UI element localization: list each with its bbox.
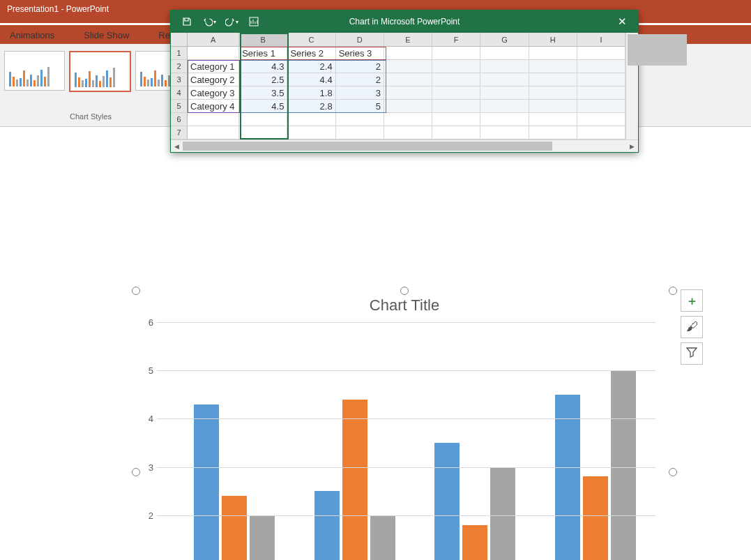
scroll-right-icon[interactable]: ▶: [626, 140, 638, 152]
chart-style-thumb-1[interactable]: [4, 51, 65, 91]
cell[interactable]: [188, 47, 239, 60]
select-all-corner[interactable]: [171, 33, 188, 47]
cell[interactable]: 2: [336, 73, 384, 86]
cell[interactable]: [529, 47, 577, 60]
cell[interactable]: 3.5: [239, 86, 287, 100]
chart-elements-button[interactable]: ＋: [681, 289, 703, 312]
excel-titlebar[interactable]: ▾ ▾ Chart in Microsoft PowerPoint ✕: [171, 10, 638, 33]
cell[interactable]: [480, 126, 529, 139]
cell[interactable]: Category 2: [188, 73, 239, 86]
cell[interactable]: [287, 126, 335, 139]
row-header[interactable]: 2: [171, 60, 188, 73]
cell[interactable]: 2: [336, 60, 384, 73]
cell[interactable]: [287, 113, 335, 126]
cell[interactable]: [529, 60, 577, 73]
cell[interactable]: [384, 113, 432, 126]
cell[interactable]: [384, 86, 432, 100]
cell[interactable]: 3: [336, 86, 384, 100]
cell[interactable]: [384, 47, 432, 60]
cell[interactable]: 1.8: [287, 86, 335, 100]
column-header[interactable]: F: [432, 33, 480, 47]
sheet-vertical-scrollbar[interactable]: [625, 33, 638, 139]
column-header[interactable]: E: [384, 33, 432, 47]
cell[interactable]: [384, 73, 432, 86]
cell[interactable]: [577, 113, 625, 126]
column-header[interactable]: B: [239, 33, 287, 47]
bar-series-2[interactable]: [583, 476, 608, 560]
row-header[interactable]: 3: [171, 73, 188, 86]
cell[interactable]: [336, 113, 384, 126]
scroll-left-icon[interactable]: ◀: [171, 140, 183, 152]
save-icon[interactable]: [176, 13, 197, 30]
cell[interactable]: [432, 126, 480, 139]
cell[interactable]: [480, 60, 529, 73]
cell[interactable]: [432, 47, 480, 60]
cell[interactable]: Category 3: [188, 86, 239, 100]
cell[interactable]: [188, 113, 239, 126]
cell[interactable]: Series 1: [239, 47, 287, 60]
bar-group[interactable]: [536, 322, 656, 560]
excel-chart-data-window[interactable]: ▾ ▾ Chart in Microsoft PowerPoint ✕ 1234…: [170, 10, 639, 153]
excel-close-button[interactable]: ✕: [607, 10, 638, 33]
cell[interactable]: Series 2: [287, 47, 335, 60]
cell[interactable]: Category 4: [188, 100, 239, 113]
cell[interactable]: [480, 86, 529, 100]
cell[interactable]: 2.4: [287, 60, 335, 73]
cell[interactable]: [577, 86, 625, 100]
bar-series-2[interactable]: [222, 496, 247, 560]
cell[interactable]: [432, 60, 480, 73]
cell[interactable]: [480, 47, 529, 60]
cell[interactable]: 4.3: [239, 60, 287, 73]
cell[interactable]: 4.5: [239, 100, 287, 113]
column-header[interactable]: A: [188, 33, 239, 47]
cell[interactable]: [529, 113, 577, 126]
cell[interactable]: [239, 113, 287, 126]
cell[interactable]: [239, 126, 287, 139]
redo-icon[interactable]: ▾: [221, 13, 242, 30]
cell[interactable]: Category 1: [188, 60, 239, 73]
cell[interactable]: [432, 100, 480, 113]
row-header[interactable]: 6: [171, 113, 188, 126]
cell[interactable]: [384, 60, 432, 73]
cell[interactable]: [577, 60, 625, 73]
bar-series-3[interactable]: [370, 515, 395, 560]
bar-series-2[interactable]: [462, 525, 487, 561]
cell[interactable]: [577, 73, 625, 86]
undo-icon[interactable]: ▾: [199, 13, 220, 30]
cell[interactable]: [577, 47, 625, 60]
cell[interactable]: [577, 100, 625, 113]
cell[interactable]: 2.8: [287, 100, 335, 113]
cell[interactable]: [529, 73, 577, 86]
cell[interactable]: 5: [336, 100, 384, 113]
bar-group[interactable]: [415, 322, 536, 560]
plot-area[interactable]: 0123456: [157, 322, 655, 560]
column-header[interactable]: D: [336, 33, 384, 47]
cell[interactable]: [529, 86, 577, 100]
cell[interactable]: [336, 126, 384, 139]
cell[interactable]: [529, 126, 577, 139]
chart-data-icon[interactable]: [243, 13, 264, 30]
bar-series-1[interactable]: [434, 443, 460, 560]
cell[interactable]: [480, 100, 529, 113]
cell[interactable]: [384, 126, 432, 139]
chart-filter-button[interactable]: [681, 342, 703, 365]
column-header[interactable]: H: [529, 33, 577, 47]
bar-series-1[interactable]: [194, 404, 219, 560]
bar-series-1[interactable]: [555, 395, 580, 560]
bar-series-1[interactable]: [314, 491, 340, 560]
cell[interactable]: Series 3: [336, 47, 384, 60]
cell[interactable]: 4.4: [287, 73, 335, 86]
sheet-horizontal-scrollbar[interactable]: ◀ ▶: [171, 139, 638, 152]
column-header[interactable]: I: [577, 33, 625, 47]
cell[interactable]: [432, 86, 480, 100]
bar-series-3[interactable]: [611, 370, 636, 560]
bar-series-3[interactable]: [490, 467, 515, 561]
chart-object[interactable]: Chart Title 0123456 Category 1Category 2…: [136, 291, 673, 560]
row-header[interactable]: 1: [171, 47, 188, 60]
chart-styles-button[interactable]: 🖌: [681, 316, 703, 338]
cell[interactable]: [480, 113, 529, 126]
excel-sheet[interactable]: 1234567 ABCDEFGHI Series 1Series 2Series…: [171, 33, 638, 139]
column-header[interactable]: C: [287, 33, 335, 47]
bar-group[interactable]: [174, 322, 295, 560]
column-header[interactable]: G: [480, 33, 529, 47]
